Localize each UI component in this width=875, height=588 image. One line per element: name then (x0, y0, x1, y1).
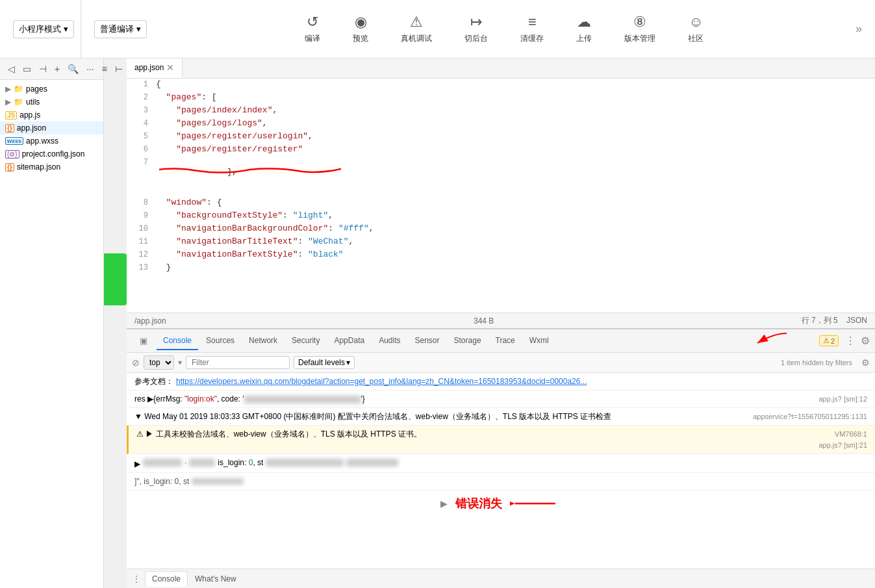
console-settings-icon[interactable]: ⚙ (861, 357, 870, 368)
file-app-json[interactable]: {} app.json (0, 121, 103, 134)
file-sitemap-label: sitemap.json (17, 162, 60, 172)
config-file-icon: {⚙} (5, 150, 19, 159)
expand-bracket: ]", is_login: 0, st (134, 477, 189, 486)
line-num-7: 7 (127, 158, 156, 167)
version-mgmt-label: 版本管理 (624, 33, 655, 44)
devtools-tab-trace[interactable]: Trace (489, 332, 522, 350)
bottom-tab-whats-new[interactable]: What's New (188, 571, 244, 587)
console-msg-expand: ]", is_login: 0, st (127, 473, 875, 491)
toolbar-actions: ↺ 编译 ◉ 预览 ⚠ 真机调试 ↦ 切后台 ≡ 清缓存 ☁ 上传 ⑧ 版本管理… (160, 8, 849, 49)
upload-button[interactable]: ☁ 上传 (570, 8, 598, 49)
green-panel (104, 253, 127, 305)
devtools-more-icon[interactable]: ⋮ (845, 335, 856, 347)
clear-cache-button[interactable]: ≡ 清缓存 (514, 8, 550, 49)
warning-badge[interactable]: ⚠ 2 (819, 335, 839, 346)
line-num-1: 1 (127, 80, 156, 89)
bottom-tabs-more-icon[interactable]: ⋮ (132, 574, 141, 584)
clear-cache-icon: ≡ (528, 14, 537, 31)
json-file-icon: {} (5, 124, 14, 133)
version-mgmt-button[interactable]: ⑧ 版本管理 (618, 8, 662, 49)
community-button[interactable]: ☺ 社区 (681, 8, 710, 49)
console-msg-blurred: ▶ · is_login: 0, st (127, 454, 875, 473)
compile-dropdown-arrow: ▾ (136, 24, 141, 34)
devtools-settings-icon[interactable]: ⚙ (861, 335, 870, 347)
sort-button[interactable]: ≡ (99, 62, 110, 75)
folder-utils[interactable]: ▶ 📁 utils (0, 96, 103, 109)
file-tree: ▶ 📁 pages ▶ 📁 utils JS app.js {} app.jso… (0, 80, 103, 588)
code-line-7: 7 ], (127, 157, 875, 197)
devtools-tab-wxml[interactable]: Wxml (523, 332, 555, 350)
console-filter-input[interactable] (186, 356, 290, 369)
folder-utils-icon: 📁 (14, 97, 23, 107)
file-app-wxss-label: app.wxss (26, 136, 58, 146)
code-line-1: 1 { (127, 79, 875, 92)
devtools-tab-icons: ⚠ 2 ⋮ ⚙ (819, 335, 870, 347)
error-annotation-text: 错误消失 (455, 496, 502, 511)
code-line-12: 12 "navigationBarTextStyle": "black" (127, 249, 875, 262)
more-options-button[interactable]: ··· (84, 62, 97, 75)
js-file-icon: JS (5, 111, 17, 120)
file-app-wxss[interactable]: wxss app.wxss (0, 134, 103, 147)
add-file-button[interactable]: + (52, 62, 62, 75)
editor-statusbar: /app.json 344 B 行 7，列 5 JSON (127, 313, 875, 328)
tab-close-button[interactable]: ✕ (166, 62, 174, 73)
sidebar-toolbar: ◁ ▭ ⊣ + 🔍 ··· ≡ ⊢ (0, 58, 103, 80)
miniprogram-mode-dropdown[interactable]: 小程序模式 ▾ (13, 20, 74, 38)
file-app-json-label: app.json (17, 123, 46, 133)
editor-tabs: app.json ✕ (127, 58, 875, 79)
devtools-tab-console[interactable]: Console (157, 332, 198, 350)
error-left-arrow (510, 497, 562, 510)
devtools-tab-audits[interactable]: Audits (372, 332, 407, 350)
community-label: 社区 (688, 33, 704, 44)
warning-count: 2 (831, 337, 835, 345)
devtools-tab-storage[interactable]: Storage (448, 332, 488, 350)
devtools-tab-sources[interactable]: Sources (199, 332, 241, 350)
devtools-tab-network[interactable]: Network (242, 332, 284, 350)
expand-arrow-icon: ▶ (440, 498, 448, 509)
version-mgmt-icon: ⑧ (633, 14, 646, 31)
devtools-select-mode-icon[interactable]: ▣ (132, 336, 155, 346)
file-sitemap[interactable]: {} sitemap.json (0, 160, 103, 173)
code-content-6: "pages/register/register" (156, 144, 875, 154)
console-context-select[interactable]: top (144, 355, 174, 370)
split-view-button[interactable]: ⊣ (36, 62, 49, 75)
compile-icon: ↺ (307, 14, 318, 31)
bottom-tab-console[interactable]: Console (145, 571, 188, 587)
miniprogram-mode-label: 小程序模式 (19, 23, 61, 35)
collapse-button[interactable]: ⊢ (112, 62, 125, 75)
ref-doc-link[interactable]: https://developers.weixin.qq.com/blogdet… (176, 376, 587, 387)
sitemap-json-icon: {} (5, 163, 14, 172)
tab-app-json[interactable]: app.json ✕ (127, 58, 183, 78)
collapse-all-button[interactable]: ◁ (5, 62, 18, 75)
expand-icon[interactable]: ▶ (134, 458, 140, 470)
preview-button[interactable]: ◉ 预览 (346, 8, 375, 49)
folder-expand-icon: ▶ (5, 84, 11, 94)
code-content-13: } (156, 262, 875, 272)
code-content-12: "navigationBarTextStyle": "black" (156, 249, 875, 259)
devtools-tab-appdata[interactable]: AppData (327, 332, 371, 350)
background-icon: ↦ (470, 14, 482, 31)
devtools-tab-sensor[interactable]: Sensor (409, 332, 446, 350)
folder-utils-label: utils (26, 97, 40, 107)
search-button[interactable]: 🔍 (65, 62, 81, 75)
console-level-select[interactable]: Default levels ▾ (294, 356, 355, 369)
main-area: ◁ ▭ ⊣ + 🔍 ··· ≡ ⊢ ▶ 📁 pages ▶ 📁 utils JS… (0, 58, 875, 588)
background-button[interactable]: ↦ 切后台 (458, 8, 494, 49)
toolbar-left: 小程序模式 ▾ (6, 0, 81, 58)
real-device-debug-button[interactable]: ⚠ 真机调试 (394, 8, 438, 49)
warning-header-source: appservice?t=1556705011295:1131 (753, 411, 867, 422)
code-line-6: 6 "pages/register/register" (127, 144, 875, 157)
code-line-11: 11 "navigationBarTitleText": "WeChat", (127, 236, 875, 249)
console-msg-warning-header: ▼ Wed May 01 2019 18:03:33 GMT+0800 (中国标… (127, 408, 875, 426)
folder-pages[interactable]: ▶ 📁 pages (0, 83, 103, 96)
file-app-js[interactable]: JS app.js (0, 109, 103, 121)
compile-mode-dropdown[interactable]: 普通编译 ▾ (94, 20, 147, 38)
toggle-panel-button[interactable]: ▭ (20, 62, 34, 75)
more-icon[interactable]: » (856, 22, 862, 36)
code-content-4: "pages/logs/logs", (156, 118, 875, 128)
devtools-tab-security[interactable]: Security (285, 332, 326, 350)
compile-button[interactable]: ↺ 编译 (298, 8, 327, 49)
no-entry-icon[interactable]: ⊘ (132, 357, 140, 368)
file-project-config[interactable]: {⚙} project.config.json (0, 147, 103, 160)
code-editor[interactable]: 1 { 2 "pages": [ 3 "pages/index/index", … (127, 79, 875, 313)
